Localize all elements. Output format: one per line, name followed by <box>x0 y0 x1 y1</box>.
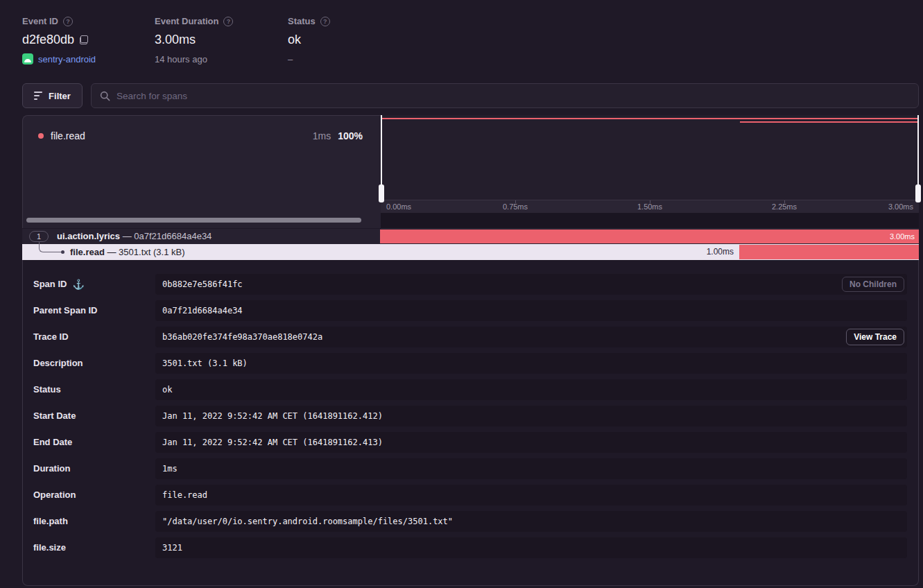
axis-tick-label: 2.25ms <box>772 202 797 211</box>
filter-icon <box>34 92 42 100</box>
status-label: Status <box>288 16 316 26</box>
span-duration-label: 3.00ms <box>890 232 915 241</box>
viewport-left-handle[interactable] <box>379 184 384 202</box>
tree-connector <box>39 242 62 252</box>
time-axis: 0.00ms 0.75ms 1.50ms 2.25ms 3.00ms <box>381 200 919 213</box>
event-id-label-row: Event ID ? <box>22 16 96 26</box>
detail-label: Span ID <box>33 274 67 295</box>
tree-connector-dot <box>61 250 64 254</box>
help-icon[interactable]: ? <box>320 17 330 26</box>
detail-row-description: Description 3501.txt (3.1 kB) <box>23 353 907 374</box>
detail-value-cell: 1ms <box>155 458 907 479</box>
event-id-label: Event ID <box>22 16 58 26</box>
detail-row-end-date: End Date Jan 11, 2022 9:52:42 AM CET (16… <box>23 432 907 453</box>
detail-row-file-path: file.path "/data/user/0/io.sentry.androi… <box>23 511 907 532</box>
detail-value-cell: b36ab020fe374fe98a370ae818e0742a View Tr… <box>155 327 907 347</box>
event-id-value: d2fe80db <box>22 33 74 47</box>
search-icon <box>100 91 110 101</box>
axis-tick-label: 3.00ms <box>888 202 913 211</box>
status-column: Status ? ok – <box>288 16 330 64</box>
span-duration-bar[interactable] <box>739 245 919 259</box>
detail-label: Operation <box>33 485 76 505</box>
detail-row-parent-span-id: Parent Span ID 0a7f21d6684a4e34 <box>23 300 907 321</box>
anchor-icon[interactable]: ⚓ <box>72 274 84 295</box>
event-time-ago: 14 hours ago <box>155 54 233 64</box>
minimap-span-line-child <box>740 121 918 123</box>
detail-label: Duration <box>33 458 70 479</box>
filter-button-label: Filter <box>49 91 71 101</box>
span-row-root[interactable]: 1 ui.action.lyrics — 0a7f21d6684a4e34 3.… <box>22 229 919 244</box>
axis-tick-label: 1.50ms <box>637 202 662 211</box>
horizontal-scrollbar[interactable] <box>26 218 361 223</box>
help-icon[interactable]: ? <box>63 17 73 26</box>
detail-label: Trace ID <box>33 327 69 347</box>
children-count-badge[interactable]: 1 <box>29 231 49 242</box>
operation-legend-row: file.read 1ms 100% <box>23 128 381 144</box>
span-row-label: ui.action.lyrics — 0a7f21d6684a4e34 <box>57 229 212 244</box>
detail-value-cell: "/data/user/0/io.sentry.android.roomsamp… <box>155 511 907 532</box>
axis-tick-label: 0.00ms <box>386 202 411 211</box>
detail-row-file-size: file.size 3121 <box>23 537 907 558</box>
detail-label: Parent Span ID <box>33 300 97 321</box>
operation-percent: 100% <box>338 130 363 141</box>
view-trace-button[interactable]: View Trace <box>846 329 904 345</box>
android-platform-icon <box>22 53 33 64</box>
detail-value-cell: file.read <box>155 485 907 505</box>
detail-value-cell: Jan 11, 2022 9:52:42 AM CET (1641891162.… <box>155 432 907 453</box>
span-duration-label: 1.00ms <box>707 244 734 260</box>
trace-minimap[interactable] <box>381 115 919 200</box>
detail-row-duration: Duration 1ms <box>23 458 907 479</box>
no-children-badge: No Children <box>842 277 904 292</box>
span-row-label: file.read — 3501.txt (3.1 kB) <box>70 244 184 260</box>
status-value: ok <box>288 33 301 47</box>
detail-row-trace-id: Trace ID b36ab020fe374fe98a370ae818e0742… <box>23 327 907 347</box>
detail-value-cell: Jan 11, 2022 9:52:42 AM CET (1641891162.… <box>155 406 907 426</box>
detail-label: Status <box>33 379 61 400</box>
viewport-right-handle[interactable] <box>915 184 921 202</box>
span-detail-page: Event ID ? d2fe80db sentry-android Event… <box>0 0 923 588</box>
event-duration-label: Event Duration <box>155 16 218 26</box>
detail-label: Start Date <box>33 406 76 426</box>
copy-icon[interactable] <box>80 35 88 44</box>
detail-row-operation: Operation file.read <box>23 485 907 505</box>
span-row-selected[interactable]: file.read — 3501.txt (3.1 kB) 1.00ms <box>22 244 919 260</box>
span-detail-panel: Span ID ⚓ 0b882e7e586f41fc No Children P… <box>22 260 919 586</box>
filter-button[interactable]: Filter <box>22 83 83 108</box>
detail-label: End Date <box>33 432 72 453</box>
project-link[interactable]: sentry-android <box>38 54 96 64</box>
help-icon[interactable]: ? <box>223 17 233 26</box>
detail-row-status: Status ok <box>23 379 907 400</box>
axis-sub-strip <box>381 213 919 229</box>
detail-row-start-date: Start Date Jan 11, 2022 9:52:42 AM CET (… <box>23 406 907 426</box>
detail-value-cell: ok <box>155 379 907 400</box>
operation-color-dot <box>38 133 44 139</box>
detail-label: Description <box>33 353 83 374</box>
span-duration-bar[interactable]: 3.00ms <box>380 230 919 243</box>
operation-name: file.read <box>51 130 85 141</box>
event-duration-column: Event Duration ? 3.00ms 14 hours ago <box>155 16 233 64</box>
event-duration-value: 3.00ms <box>155 33 196 47</box>
detail-label: file.path <box>33 511 68 532</box>
operations-breakdown-panel: file.read 1ms 100% <box>22 115 381 228</box>
status-sub: – <box>288 54 330 64</box>
detail-value-cell: 3501.txt (3.1 kB) <box>155 353 907 374</box>
operation-duration: 1ms <box>313 130 331 141</box>
detail-label: file.size <box>33 537 66 558</box>
detail-value-cell: 0a7f21d6684a4e34 <box>155 300 907 321</box>
search-input[interactable] <box>117 91 910 101</box>
detail-row-span-id: Span ID ⚓ 0b882e7e586f41fc No Children <box>23 274 907 295</box>
axis-tick-label: 0.75ms <box>503 202 528 211</box>
event-id-column: Event ID ? d2fe80db sentry-android <box>22 16 96 64</box>
detail-value-cell: 3121 <box>155 537 907 558</box>
detail-value-cell: 0b882e7e586f41fc No Children <box>155 274 907 295</box>
minimap-span-line-root <box>381 118 918 119</box>
span-search-bar <box>91 83 919 108</box>
